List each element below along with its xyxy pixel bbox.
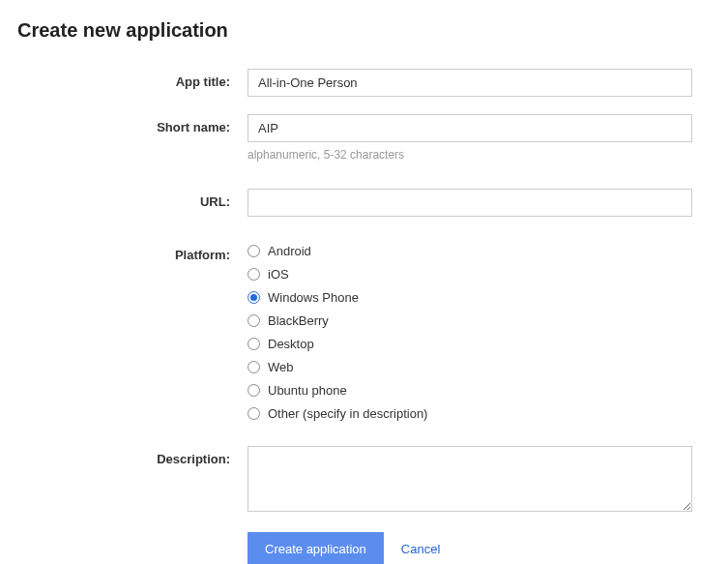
radio-icon [248,338,260,350]
url-label: URL: [17,189,248,209]
radio-icon [248,245,260,257]
page-title: Create new application [17,19,711,42]
description-label: Description: [17,446,248,466]
radio-icon [248,314,260,327]
radio-icon [248,361,260,373]
platform-radio-label: Windows Phone [268,290,359,305]
short-name-label: Short name: [17,114,248,134]
radio-icon [248,268,260,281]
radio-icon [248,407,260,420]
platform-radio-windows-phone[interactable]: Windows Phone [248,290,692,305]
short-name-hint: alphanumeric, 5-32 characters [248,148,692,162]
platform-radio-label: BlackBerry [268,313,329,328]
platform-radio-label: Web [268,360,294,374]
platform-radio-ubuntu-phone[interactable]: Ubuntu phone [248,383,692,398]
platform-radio-label: iOS [268,267,289,282]
app-title-input[interactable] [248,69,692,97]
platform-label: Platform: [17,242,248,262]
platform-radio-other-specify-in-description[interactable]: Other (specify in description) [248,406,692,421]
platform-radio-label: Ubuntu phone [268,383,347,398]
description-textarea[interactable] [248,446,692,512]
radio-icon [248,291,260,304]
platform-radio-group: AndroidiOSWindows PhoneBlackBerryDesktop… [248,242,692,421]
platform-radio-label: Other (specify in description) [268,406,427,421]
app-title-label: App title: [17,69,248,89]
platform-radio-label: Desktop [268,337,314,351]
platform-radio-android[interactable]: Android [248,244,692,258]
create-application-button[interactable]: Create application [248,532,384,564]
url-input[interactable] [248,189,692,217]
cancel-link[interactable]: Cancel [401,542,440,556]
platform-radio-web[interactable]: Web [248,360,692,374]
short-name-input[interactable] [248,114,692,142]
platform-radio-ios[interactable]: iOS [248,267,692,282]
platform-radio-desktop[interactable]: Desktop [248,337,692,351]
platform-radio-label: Android [268,244,311,258]
radio-icon [248,384,260,397]
platform-radio-blackberry[interactable]: BlackBerry [248,313,692,328]
radio-dot-icon [250,294,257,301]
